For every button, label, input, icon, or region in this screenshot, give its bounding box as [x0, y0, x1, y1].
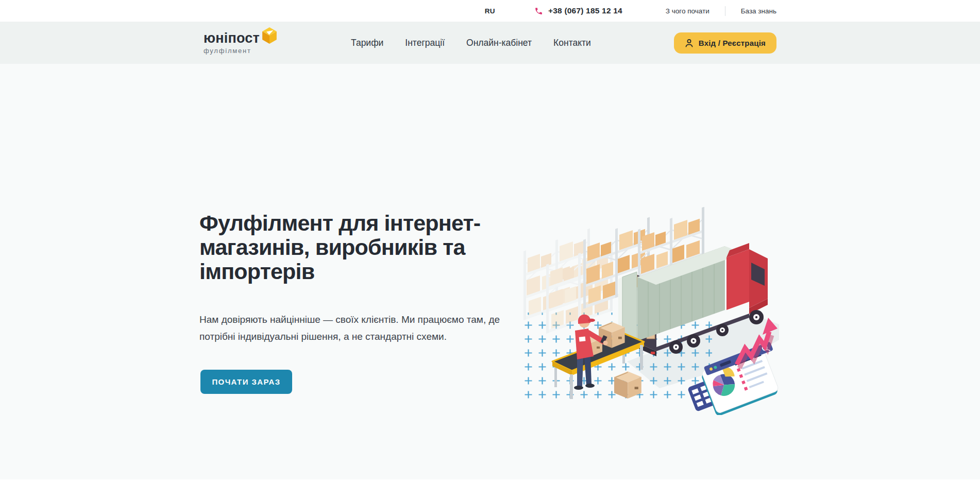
hero-heading: Фулфілмент для інтернет-магазинів, вироб… — [199, 211, 480, 284]
phone-number: +38 (067) 185 12 14 — [548, 6, 622, 15]
phone-icon — [534, 7, 543, 15]
nav-item-integrations[interactable]: Інтеграції — [405, 38, 445, 48]
nav-item-contacts[interactable]: Контакти — [553, 38, 591, 48]
nav-item-tariffs[interactable]: Тарифи — [351, 38, 383, 48]
truck-cab — [726, 243, 768, 324]
topbar: RU +38 (067) 185 12 14 З чого почати Баз… — [0, 0, 980, 22]
phone-contact[interactable]: +38 (067) 185 12 14 — [534, 6, 622, 15]
warehouse-illustration — [521, 207, 779, 415]
topbar-link-knowledge-base[interactable]: База знань — [741, 7, 776, 15]
nav-item-online-cabinet[interactable]: Онлайн-кабінет — [466, 38, 532, 48]
login-button[interactable]: Вхід / Реєстрація — [674, 32, 776, 54]
main-header: юніпост фулфілмент Тарифи Інтеграції Онл… — [0, 22, 980, 64]
logo[interactable]: юніпост фулфілмент — [204, 31, 282, 55]
topbar-divider — [725, 6, 725, 16]
bottom-strip — [0, 479, 980, 484]
logo-cube-icon — [262, 27, 277, 44]
login-button-label: Вхід / Реєстрація — [699, 39, 766, 47]
topbar-link-getting-started[interactable]: З чого почати — [666, 7, 709, 15]
landing-page: RU +38 (067) 185 12 14 З чого почати Баз… — [0, 0, 980, 484]
cta-start-button[interactable]: ПОЧАТИ ЗАРАЗ — [200, 370, 292, 394]
language-switcher[interactable]: RU — [485, 7, 495, 15]
main-nav: Тарифи Інтеграції Онлайн-кабінет Контакт… — [351, 38, 591, 48]
hero-description: Нам довіряють найцінніше — своїх клієнті… — [199, 311, 500, 345]
user-icon — [685, 39, 694, 47]
logo-subtitle: фулфілмент — [204, 47, 282, 55]
logo-title: юніпост — [204, 31, 260, 45]
hero-section: Фулфілмент для інтернет-магазинів, вироб… — [0, 64, 980, 484]
